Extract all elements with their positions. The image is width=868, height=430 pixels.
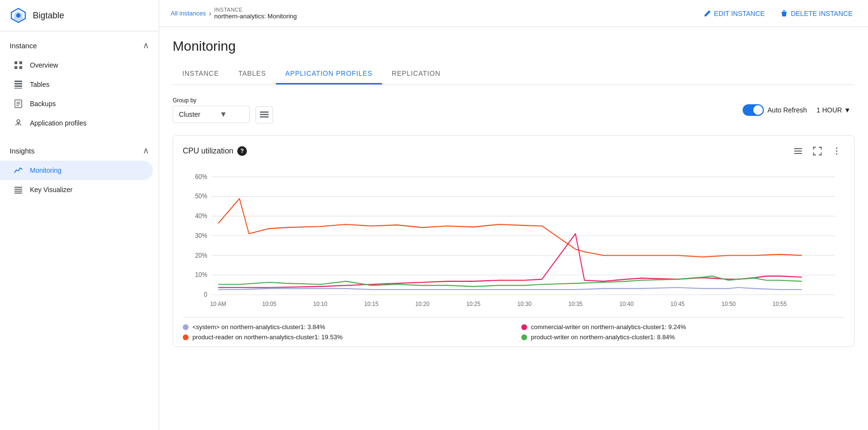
insights-section-header[interactable]: Insights ∧ <box>0 140 159 161</box>
svg-text:30%: 30% <box>195 232 207 239</box>
monitoring-label: Monitoring <box>30 166 61 174</box>
instance-section: Instance ∧ Overview Tables Backups <box>0 31 159 137</box>
tab-tables[interactable]: TABLES <box>229 64 275 84</box>
edit-icon <box>704 10 711 17</box>
legend-toggle-button[interactable] <box>790 143 806 159</box>
svg-rect-8 <box>14 81 22 82</box>
main-content: All instances › INSTANCE northern-analyt… <box>159 0 868 430</box>
fullscreen-icon <box>813 146 822 156</box>
svg-text:10:20: 10:20 <box>415 301 430 308</box>
monitoring-icon <box>14 166 23 175</box>
svg-rect-11 <box>14 88 22 89</box>
group-by-container: Group by Cluster ▼ <box>173 97 250 123</box>
topbar: All instances › INSTANCE northern-analyt… <box>159 0 868 27</box>
instance-section-header[interactable]: Instance ∧ <box>0 35 159 55</box>
chart-svg: 60% 50% 40% 30% 20% 10% 0 10 AM 10:05 10… <box>183 166 844 311</box>
tables-label: Tables <box>30 81 49 88</box>
edit-instance-button[interactable]: EDIT INSTANCE <box>700 7 769 20</box>
svg-rect-13 <box>16 102 20 103</box>
sidebar-item-tables[interactable]: Tables <box>0 75 153 94</box>
cpu-utilization-chart-card: CPU utilization ? <box>173 135 854 347</box>
sidebar-item-overview[interactable]: Overview <box>0 55 153 75</box>
svg-text:20%: 20% <box>195 251 207 259</box>
chart-header: CPU utilization ? <box>183 143 844 159</box>
svg-line-17 <box>15 123 18 125</box>
svg-text:10:55: 10:55 <box>773 301 787 308</box>
svg-rect-6 <box>14 66 17 69</box>
app-name: Bigtable <box>33 11 64 21</box>
instance-section-label: Instance <box>10 42 37 50</box>
chart-legend: <system> on northern-analytics-cluster1:… <box>183 317 844 341</box>
svg-point-32 <box>836 153 838 155</box>
svg-rect-5 <box>19 61 22 64</box>
sidebar-item-key-visualizer[interactable]: Key Visualizer <box>0 180 153 199</box>
svg-rect-22 <box>14 191 22 192</box>
more-options-button[interactable] <box>829 143 844 159</box>
legend-item-product-writer: product-writer on northern-analytics-clu… <box>521 333 844 341</box>
legend-item-commercial-writer: commercial-writer on northern-analytics-… <box>521 323 844 331</box>
fullscreen-button[interactable] <box>810 143 825 159</box>
auto-refresh-toggle[interactable]: Auto Refresh <box>743 104 807 116</box>
group-by-label: Group by <box>173 97 250 104</box>
legend-label-system: <system> on northern-analytics-cluster1:… <box>192 323 325 331</box>
table-view-icon <box>259 110 269 120</box>
svg-rect-15 <box>16 105 19 106</box>
sidebar-item-monitoring[interactable]: Monitoring <box>0 161 153 180</box>
topbar-actions: EDIT INSTANCE DELETE INSTANCE <box>700 7 856 20</box>
delete-button-label: DELETE INSTANCE <box>791 10 853 17</box>
key-visualizer-label: Key Visualizer <box>30 186 72 194</box>
toggle-switch[interactable] <box>743 104 764 116</box>
all-instances-link[interactable]: All instances <box>171 10 206 17</box>
time-range-button[interactable]: 1 HOUR ▼ <box>813 104 854 116</box>
svg-rect-24 <box>260 111 269 113</box>
tabs-bar: INSTANCE TABLES APPLICATION PROFILES REP… <box>173 64 854 85</box>
bigtable-logo-icon <box>10 7 27 24</box>
legend-icon <box>793 146 803 156</box>
legend-item-product-reader: product-reader on northern-analytics-clu… <box>183 333 506 341</box>
page-title: Monitoring <box>173 39 854 54</box>
svg-text:10%: 10% <box>195 271 207 279</box>
svg-point-31 <box>836 151 838 152</box>
tab-application-profiles[interactable]: APPLICATION PROFILES <box>276 64 382 84</box>
svg-text:0: 0 <box>204 291 207 298</box>
help-icon[interactable]: ? <box>237 146 247 156</box>
application-profiles-icon <box>14 118 23 128</box>
svg-text:60%: 60% <box>195 173 207 180</box>
time-range-chevron-icon: ▼ <box>844 106 851 114</box>
svg-text:10:45: 10:45 <box>670 301 685 308</box>
svg-text:10 AM: 10 AM <box>210 301 226 308</box>
legend-label-product-writer: product-writer on northern-analytics-clu… <box>531 333 675 341</box>
edit-button-label: EDIT INSTANCE <box>714 10 765 17</box>
chart-actions <box>790 143 844 159</box>
view-toggle-button[interactable] <box>256 106 273 124</box>
overview-label: Overview <box>30 61 58 69</box>
svg-rect-7 <box>19 66 22 69</box>
group-by-select[interactable]: Cluster ▼ <box>173 106 250 123</box>
backups-label: Backups <box>30 100 56 108</box>
insights-section: Insights ∧ Monitoring Key Visualizer <box>0 137 159 203</box>
svg-rect-10 <box>14 85 22 87</box>
legend-label-commercial-writer: commercial-writer on northern-analytics-… <box>531 323 686 331</box>
group-by-value: Cluster <box>179 111 200 118</box>
sidebar-item-application-profiles[interactable]: Application profiles <box>0 113 153 133</box>
insights-section-label: Insights <box>10 147 35 155</box>
tab-replication[interactable]: REPLICATION <box>382 64 450 84</box>
svg-point-16 <box>17 120 20 123</box>
controls-left: Group by Cluster ▼ <box>173 97 273 124</box>
svg-rect-25 <box>260 114 269 115</box>
svg-text:50%: 50% <box>195 193 207 200</box>
svg-rect-4 <box>14 61 17 64</box>
tab-instance[interactable]: INSTANCE <box>173 64 229 84</box>
svg-text:10:50: 10:50 <box>721 301 736 308</box>
sidebar-item-backups[interactable]: Backups <box>0 94 153 113</box>
delete-instance-button[interactable]: DELETE INSTANCE <box>776 7 856 20</box>
app-logo: Bigtable <box>0 0 159 31</box>
auto-refresh-label: Auto Refresh <box>768 106 807 114</box>
svg-line-18 <box>18 123 21 125</box>
sidebar: Bigtable Instance ∧ Overview Tables Back… <box>0 0 159 430</box>
svg-text:10:25: 10:25 <box>466 301 481 308</box>
svg-rect-14 <box>16 104 20 105</box>
select-arrow-icon: ▼ <box>219 110 227 119</box>
svg-text:10:05: 10:05 <box>262 301 277 308</box>
time-range-value: 1 HOUR <box>816 106 842 114</box>
